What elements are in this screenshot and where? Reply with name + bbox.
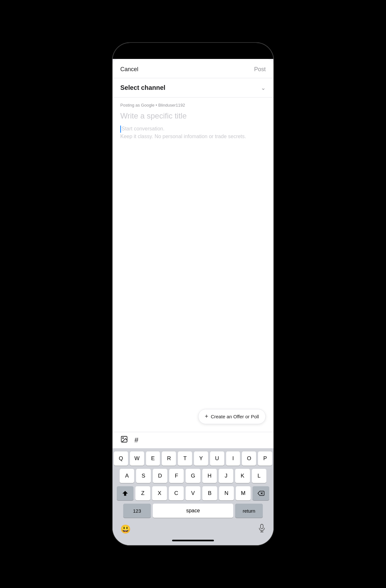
key-j[interactable]: J [219,469,233,483]
key-l[interactable]: L [252,469,266,483]
key-f[interactable]: F [169,469,184,483]
key-c[interactable]: C [169,486,184,500]
key-y[interactable]: Y [194,451,208,466]
create-offer-label: Create an Offer or Poll [211,414,259,419]
key-o[interactable]: O [242,451,256,466]
phone-top-bar [113,43,273,59]
key-r[interactable]: R [162,451,176,466]
keyboard-row-3: Z X C V B N M [114,486,272,500]
key-w[interactable]: W [130,451,144,466]
numbers-key[interactable]: 123 [123,504,151,518]
key-d[interactable]: D [153,469,167,483]
key-k[interactable]: K [235,469,250,483]
key-b[interactable]: B [202,486,217,500]
key-h[interactable]: H [202,469,217,483]
key-p[interactable]: P [258,451,272,466]
key-e[interactable]: E [146,451,160,466]
keyboard: Q W E R T Y U I O P A S D F G H J K [113,448,273,521]
microphone-icon[interactable] [258,524,266,535]
home-indicator [113,540,273,545]
title-input[interactable]: Write a specific title [120,111,266,120]
key-v[interactable]: V [186,486,200,500]
backspace-key[interactable] [253,486,269,500]
key-g[interactable]: G [186,469,200,483]
plus-icon: + [205,413,208,420]
hashtag-icon[interactable]: # [134,436,138,444]
post-button[interactable]: Post [254,66,266,73]
key-s[interactable]: S [136,469,151,483]
key-t[interactable]: T [178,451,192,466]
emoji-icon[interactable]: 😃 [120,524,131,534]
space-key[interactable]: space [153,504,233,518]
text-cursor [120,126,121,133]
key-x[interactable]: X [152,486,167,500]
keyboard-row-4: 123 space return [114,504,272,518]
keyboard-row-1: Q W E R T Y U I O P [114,451,272,466]
body-input[interactable]: Start conversation. Keep it classy. No p… [120,125,266,140]
header-row: Cancel Post [113,59,273,78]
key-a[interactable]: A [120,469,134,483]
key-z[interactable]: Z [135,486,150,500]
key-n[interactable]: N [219,486,234,500]
keyboard-row-2: A S D F G H J K L [114,469,272,483]
return-key[interactable]: return [235,504,263,518]
create-offer-button[interactable]: + Create an Offer or Poll [198,409,266,424]
posting-as-label: Posting as Google • Blinduser1192 [120,103,266,108]
cancel-button[interactable]: Cancel [120,66,138,73]
channel-selector[interactable]: Select channel ⌄ [113,78,273,98]
phone-frame: Cancel Post Select channel ⌄ Posting as … [113,43,273,545]
content-area: Cancel Post Select channel ⌄ Posting as … [113,59,273,545]
post-area: Posting as Google • Blinduser1192 Write … [113,98,273,432]
chevron-down-icon: ⌄ [261,84,266,91]
toolbar: # [113,432,273,448]
svg-rect-4 [261,524,263,529]
svg-point-1 [123,438,124,439]
image-icon[interactable] [120,435,128,445]
key-m[interactable]: M [236,486,251,500]
channel-label: Select channel [120,84,165,91]
shift-key[interactable] [117,486,133,500]
key-u[interactable]: U [210,451,224,466]
keyboard-bottom-bar: 😃 [113,521,273,540]
key-q[interactable]: Q [114,451,128,466]
key-i[interactable]: I [226,451,240,466]
home-bar [172,540,214,541]
